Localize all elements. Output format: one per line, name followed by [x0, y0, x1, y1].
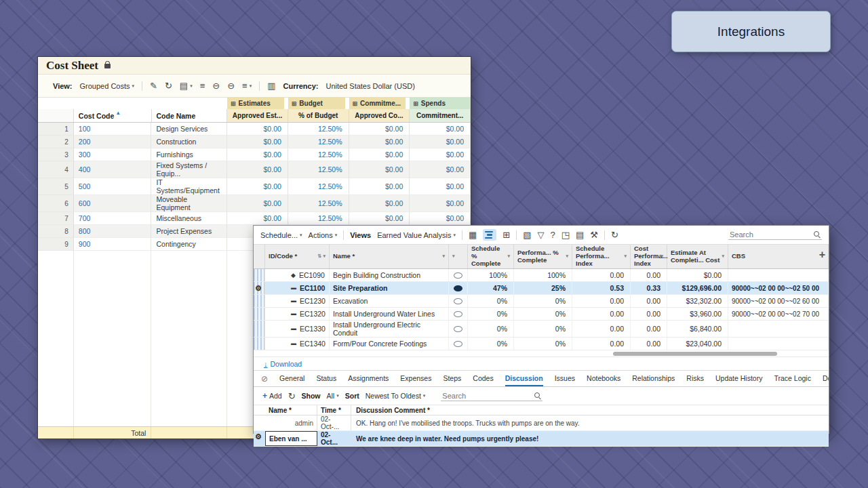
- tab-issues[interactable]: Issues: [555, 371, 575, 387]
- tab-notebooks[interactable]: Notebooks: [587, 371, 620, 387]
- tab-general[interactable]: General: [279, 371, 304, 387]
- search-icon[interactable]: [814, 231, 821, 238]
- discussion-row[interactable]: admin 02-Oct-... OK. Hang on! I've mobil…: [254, 415, 829, 431]
- tools-icon[interactable]: ⚒: [590, 230, 598, 239]
- group-commitments[interactable]: ⊞Commitme...: [349, 98, 406, 109]
- comment-cell[interactable]: [449, 308, 468, 320]
- schedule-menu[interactable]: Schedule...▾: [260, 231, 302, 239]
- gear-icon[interactable]: ⚙: [255, 284, 262, 293]
- cost-code-cell[interactable]: 900: [74, 238, 152, 251]
- comment-cell[interactable]: [449, 321, 468, 337]
- actions-menu[interactable]: Actions▾: [309, 231, 338, 239]
- activity-row[interactable]: ◆EC1090 Begin Building Construction 100%…: [254, 269, 829, 282]
- discussion-row-selected[interactable]: ⚙ Eben van ... 02-Oct... We are knee dee…: [254, 431, 829, 447]
- slash-circle-icon[interactable]: ⊘: [261, 374, 268, 384]
- edit-icon[interactable]: ✎: [150, 81, 157, 90]
- comment-cell[interactable]: [449, 338, 468, 350]
- cost-code-cell[interactable]: 300: [74, 148, 152, 161]
- sort-order-dropdown[interactable]: Newest To Oldest▾: [366, 392, 426, 400]
- col-eac[interactable]: Estimate At Completi... Cost▾: [667, 245, 728, 268]
- add-column-button[interactable]: +: [819, 249, 825, 260]
- refresh-icon[interactable]: ↻: [165, 81, 172, 90]
- search-input[interactable]: [730, 230, 810, 239]
- export-rows-icon[interactable]: ≡: [200, 81, 205, 90]
- activity-row[interactable]: ▬EC1230 Excavation 0% 0% 0.00 0.00 $32,3…: [254, 295, 829, 308]
- gear-icon[interactable]: ⚙: [255, 432, 262, 441]
- col-approved-estimates[interactable]: Approved Est...: [227, 109, 288, 122]
- collapse-all-icon[interactable]: ⊖: [212, 81, 220, 90]
- cost-code-cell[interactable]: 700: [74, 212, 152, 225]
- col-id-code[interactable]: ID/Code *⇅▾: [265, 245, 330, 268]
- resource-usage-icon[interactable]: ▧: [523, 230, 531, 239]
- add-comment-button[interactable]: + Add: [262, 391, 282, 401]
- cost-sheet-row[interactable]: 3 300 Furnishings $0.00 12.50% $0.00 $0.…: [38, 148, 471, 161]
- cost-sheet-row[interactable]: 7 700 Miscellaneous $0.00 12.50% $0.00 $…: [38, 212, 471, 225]
- filter-icon[interactable]: ▽: [537, 230, 544, 239]
- refresh-icon[interactable]: ↻: [288, 392, 296, 401]
- activity-row-selected[interactable]: ⚙ ▬EC1100 Site Preparation 47% 25% 0.53 …: [254, 282, 829, 295]
- comment-author[interactable]: Eben van ...: [265, 431, 317, 446]
- tab-discussion[interactable]: Discussion: [505, 371, 543, 387]
- tab-documents[interactable]: Docu...: [823, 371, 829, 387]
- row-drag-handle[interactable]: ⚙: [254, 282, 265, 294]
- search-input[interactable]: [442, 392, 530, 400]
- row-drag-handle[interactable]: [254, 308, 265, 320]
- group-spends[interactable]: ⊞Spends: [410, 98, 471, 109]
- cost-sheet-row[interactable]: 4 400 Fixed Systems / Equip... $0.00 12.…: [38, 161, 471, 178]
- view-selector[interactable]: Earned Value Analysis▾: [377, 231, 456, 239]
- table-view-icon[interactable]: ▦: [469, 230, 477, 239]
- collapse-groups-icon[interactable]: ⊖: [227, 81, 235, 90]
- col-name[interactable]: Name *▾: [330, 245, 449, 268]
- tab-codes[interactable]: Codes: [473, 371, 493, 387]
- col-time[interactable]: Time *: [317, 405, 351, 415]
- activity-row[interactable]: ▬EC1320 Install Underground Water Lines …: [254, 308, 829, 321]
- row-drag-handle[interactable]: [254, 321, 265, 337]
- search-icon[interactable]: [534, 392, 541, 399]
- cost-sheet-row[interactable]: 1 100 Design Services $0.00 12.50% $0.00…: [38, 123, 471, 136]
- col-cpi[interactable]: Cost Performa... Index▾: [631, 245, 667, 268]
- col-discussion-comment[interactable]: Discussion Comment *: [351, 405, 829, 415]
- col-pct-of-budget[interactable]: % of Budget: [288, 109, 349, 122]
- help-icon[interactable]: ?: [550, 230, 555, 239]
- tab-steps[interactable]: Steps: [443, 371, 461, 387]
- refresh-icon[interactable]: ↻: [611, 230, 618, 239]
- row-drag-handle[interactable]: [254, 269, 265, 281]
- activity-row[interactable]: ▬EC1340 Form/Pour Concrete Footings 0% 0…: [254, 338, 829, 350]
- print-icon[interactable]: ▤: [576, 230, 584, 239]
- col-name[interactable]: Name *: [265, 405, 317, 415]
- col-code-name[interactable]: Code Name: [152, 109, 228, 122]
- group-estimates[interactable]: ⊞Estimates: [227, 98, 284, 109]
- col-commitment-spends[interactable]: Commitment...: [410, 109, 471, 122]
- network-view-icon[interactable]: ⊞: [502, 230, 510, 239]
- comment-cell[interactable]: [449, 295, 468, 307]
- tab-update-history[interactable]: Update History: [715, 371, 762, 387]
- row-drag-handle[interactable]: [254, 295, 265, 307]
- col-cbs[interactable]: CBS: [728, 245, 829, 268]
- tab-status[interactable]: Status: [316, 371, 336, 387]
- activity-row[interactable]: ▬EC1330 Install Underground Electric Con…: [254, 321, 829, 338]
- view-dropdown[interactable]: Grouped Costs ▾: [80, 82, 135, 90]
- cost-sheet-row[interactable]: 2 200 Construction $0.00 12.50% $0.00 $0…: [38, 136, 471, 148]
- cost-code-cell[interactable]: 200: [74, 136, 152, 148]
- row-drag-handle[interactable]: [254, 338, 265, 350]
- integrations-chip[interactable]: Integrations: [671, 11, 831, 52]
- col-performance-pct[interactable]: Performa... % Complete▾: [514, 245, 572, 268]
- scrollbar-thumb[interactable]: [613, 352, 777, 356]
- gantt-view-icon[interactable]: [483, 229, 496, 241]
- download-link[interactable]: Download: [271, 360, 302, 368]
- menu-icon[interactable]: ≡▾: [242, 81, 252, 90]
- cost-code-cell[interactable]: 100: [74, 123, 152, 136]
- tab-expenses[interactable]: Expenses: [400, 371, 431, 387]
- print-icon[interactable]: ▤▾: [180, 81, 193, 90]
- group-budget[interactable]: ⊞Budget: [288, 98, 345, 109]
- col-spi[interactable]: Schedule Performa... Index▾: [572, 245, 631, 268]
- col-approved-commitments[interactable]: Approved Co...: [349, 109, 410, 122]
- col-comments[interactable]: ▾: [449, 245, 468, 268]
- show-filter-dropdown[interactable]: All▾: [327, 392, 339, 400]
- cost-sheet-row[interactable]: 5 500 IT Systems/Equipment $0.00 12.50% …: [38, 178, 471, 195]
- col-schedule-pct[interactable]: Schedule % Complete▾: [468, 245, 514, 268]
- comment-cell[interactable]: [449, 282, 468, 294]
- tab-trace-logic[interactable]: Trace Logic: [774, 371, 810, 387]
- tab-risks[interactable]: Risks: [686, 371, 704, 387]
- cost-code-cell[interactable]: 500: [74, 178, 152, 195]
